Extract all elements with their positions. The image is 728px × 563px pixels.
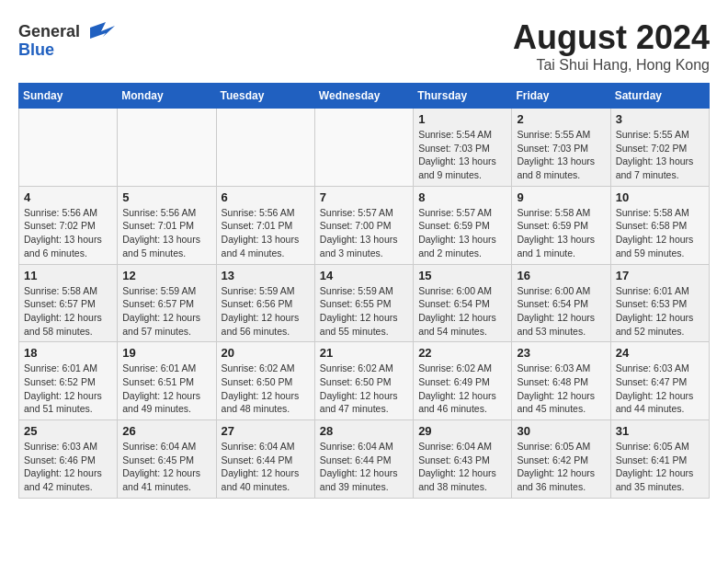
calendar-day-7: 7Sunrise: 5:57 AM Sunset: 7:00 PM Daylig… (314, 186, 413, 264)
day-info: Sunrise: 6:03 AM Sunset: 6:48 PM Dayligh… (517, 362, 605, 416)
svg-text:General: General (18, 22, 80, 40)
calendar-day-17: 17Sunrise: 6:01 AM Sunset: 6:53 PM Dayli… (610, 264, 709, 342)
calendar-day-19: 19Sunrise: 6:01 AM Sunset: 6:51 PM Dayli… (118, 342, 216, 420)
day-number: 2 (517, 112, 605, 126)
calendar-day-14: 14Sunrise: 5:59 AM Sunset: 6:55 PM Dayli… (314, 264, 413, 342)
day-number: 23 (517, 346, 605, 360)
weekday-header-saturday: Saturday (610, 84, 709, 109)
day-number: 19 (122, 346, 210, 360)
day-number: 29 (418, 424, 506, 438)
weekday-header-row: SundayMondayTuesdayWednesdayThursdayFrid… (19, 84, 710, 109)
svg-text:Blue: Blue (18, 40, 54, 59)
day-number: 13 (222, 269, 310, 282)
calendar-week-1: 1Sunrise: 5:54 AM Sunset: 7:03 PM Daylig… (19, 109, 710, 187)
calendar-table: SundayMondayTuesdayWednesdayThursdayFrid… (18, 83, 710, 499)
calendar-day-6: 6Sunrise: 5:56 AM Sunset: 7:01 PM Daylig… (216, 186, 314, 264)
day-info: Sunrise: 5:55 AM Sunset: 7:02 PM Dayligh… (616, 128, 704, 182)
day-number: 6 (222, 190, 310, 204)
day-number: 17 (616, 269, 704, 282)
calendar-day-27: 27Sunrise: 6:04 AM Sunset: 6:44 PM Dayli… (216, 420, 314, 499)
calendar-week-2: 4Sunrise: 5:56 AM Sunset: 7:02 PM Daylig… (19, 186, 710, 264)
calendar-day-13: 13Sunrise: 5:59 AM Sunset: 6:56 PM Dayli… (216, 264, 314, 342)
day-number: 24 (616, 346, 704, 360)
day-info: Sunrise: 5:59 AM Sunset: 6:57 PM Dayligh… (122, 284, 210, 339)
day-number: 21 (320, 346, 408, 360)
day-number: 25 (24, 424, 112, 438)
calendar-day-4: 4Sunrise: 5:56 AM Sunset: 7:02 PM Daylig… (19, 186, 118, 264)
day-info: Sunrise: 6:01 AM Sunset: 6:53 PM Dayligh… (616, 284, 704, 339)
calendar-day-21: 21Sunrise: 6:02 AM Sunset: 6:50 PM Dayli… (314, 342, 413, 420)
day-number: 16 (517, 269, 605, 282)
day-info: Sunrise: 6:00 AM Sunset: 6:54 PM Dayligh… (517, 284, 605, 339)
weekday-header-wednesday: Wednesday (314, 84, 413, 109)
day-info: Sunrise: 5:54 AM Sunset: 7:03 PM Dayligh… (418, 128, 506, 182)
day-info: Sunrise: 5:58 AM Sunset: 6:58 PM Dayligh… (616, 206, 704, 260)
day-number: 12 (122, 269, 210, 282)
day-info: Sunrise: 6:00 AM Sunset: 6:54 PM Dayligh… (418, 284, 506, 339)
calendar-day-23: 23Sunrise: 6:03 AM Sunset: 6:48 PM Dayli… (512, 342, 610, 420)
calendar-day-30: 30Sunrise: 6:05 AM Sunset: 6:42 PM Dayli… (512, 420, 610, 499)
day-number: 14 (320, 269, 408, 282)
day-info: Sunrise: 5:58 AM Sunset: 6:57 PM Dayligh… (24, 284, 112, 339)
day-info: Sunrise: 6:05 AM Sunset: 6:41 PM Dayligh… (616, 440, 704, 494)
day-number: 10 (616, 190, 704, 204)
calendar-day-29: 29Sunrise: 6:04 AM Sunset: 6:43 PM Dayli… (414, 420, 512, 499)
day-number: 3 (616, 112, 704, 126)
weekday-header-friday: Friday (512, 84, 610, 109)
calendar-day-11: 11Sunrise: 5:58 AM Sunset: 6:57 PM Dayli… (19, 264, 118, 342)
day-number: 26 (122, 424, 210, 438)
day-info: Sunrise: 6:03 AM Sunset: 6:47 PM Dayligh… (616, 362, 704, 416)
day-info: Sunrise: 5:56 AM Sunset: 7:02 PM Dayligh… (24, 206, 112, 260)
day-info: Sunrise: 6:04 AM Sunset: 6:44 PM Dayligh… (222, 440, 310, 494)
empty-cell (19, 109, 118, 187)
page-header: General Blue August 2024 Tai Shui Hang, … (18, 18, 710, 74)
calendar-day-22: 22Sunrise: 6:02 AM Sunset: 6:49 PM Dayli… (414, 342, 512, 420)
calendar-day-20: 20Sunrise: 6:02 AM Sunset: 6:50 PM Dayli… (216, 342, 314, 420)
logo-svg: General Blue (18, 18, 119, 59)
empty-cell (216, 109, 314, 187)
day-info: Sunrise: 5:59 AM Sunset: 6:55 PM Dayligh… (320, 284, 408, 339)
day-number: 4 (24, 190, 112, 204)
empty-cell (118, 109, 216, 187)
weekday-header-monday: Monday (118, 84, 216, 109)
logo: General Blue (18, 18, 119, 59)
day-info: Sunrise: 6:04 AM Sunset: 6:44 PM Dayligh… (320, 440, 408, 494)
month-year: August 2024 (513, 18, 710, 57)
day-number: 8 (418, 190, 506, 204)
calendar-day-3: 3Sunrise: 5:55 AM Sunset: 7:02 PM Daylig… (610, 109, 709, 187)
location: Tai Shui Hang, Hong Kong (513, 57, 710, 74)
day-info: Sunrise: 5:56 AM Sunset: 7:01 PM Dayligh… (122, 206, 210, 260)
calendar-day-8: 8Sunrise: 5:57 AM Sunset: 6:59 PM Daylig… (414, 186, 512, 264)
calendar-day-1: 1Sunrise: 5:54 AM Sunset: 7:03 PM Daylig… (414, 109, 512, 187)
svg-marker-2 (90, 22, 115, 39)
day-info: Sunrise: 6:04 AM Sunset: 6:43 PM Dayligh… (418, 440, 506, 494)
calendar-week-3: 11Sunrise: 5:58 AM Sunset: 6:57 PM Dayli… (19, 264, 710, 342)
weekday-header-tuesday: Tuesday (216, 84, 314, 109)
weekday-header-sunday: Sunday (19, 84, 118, 109)
calendar-day-18: 18Sunrise: 6:01 AM Sunset: 6:52 PM Dayli… (19, 342, 118, 420)
day-info: Sunrise: 6:01 AM Sunset: 6:52 PM Dayligh… (24, 362, 112, 416)
day-number: 27 (222, 424, 310, 438)
calendar-week-4: 18Sunrise: 6:01 AM Sunset: 6:52 PM Dayli… (19, 342, 710, 420)
day-info: Sunrise: 5:55 AM Sunset: 7:03 PM Dayligh… (517, 128, 605, 182)
day-info: Sunrise: 6:05 AM Sunset: 6:42 PM Dayligh… (517, 440, 605, 494)
day-number: 1 (418, 112, 506, 126)
weekday-header-thursday: Thursday (414, 84, 512, 109)
day-info: Sunrise: 6:01 AM Sunset: 6:51 PM Dayligh… (122, 362, 210, 416)
day-info: Sunrise: 6:03 AM Sunset: 6:46 PM Dayligh… (24, 440, 112, 494)
calendar-day-12: 12Sunrise: 5:59 AM Sunset: 6:57 PM Dayli… (118, 264, 216, 342)
empty-cell (314, 109, 413, 187)
title-block: August 2024 Tai Shui Hang, Hong Kong (513, 18, 710, 74)
calendar-day-31: 31Sunrise: 6:05 AM Sunset: 6:41 PM Dayli… (610, 420, 709, 499)
calendar-day-28: 28Sunrise: 6:04 AM Sunset: 6:44 PM Dayli… (314, 420, 413, 499)
day-info: Sunrise: 6:02 AM Sunset: 6:50 PM Dayligh… (222, 362, 310, 416)
day-info: Sunrise: 6:04 AM Sunset: 6:45 PM Dayligh… (122, 440, 210, 494)
day-number: 31 (616, 424, 704, 438)
day-number: 11 (24, 269, 112, 282)
day-number: 30 (517, 424, 605, 438)
day-number: 18 (24, 346, 112, 360)
calendar-day-2: 2Sunrise: 5:55 AM Sunset: 7:03 PM Daylig… (512, 109, 610, 187)
day-info: Sunrise: 6:02 AM Sunset: 6:50 PM Dayligh… (320, 362, 408, 416)
calendar-day-9: 9Sunrise: 5:58 AM Sunset: 6:59 PM Daylig… (512, 186, 610, 264)
day-number: 5 (122, 190, 210, 204)
